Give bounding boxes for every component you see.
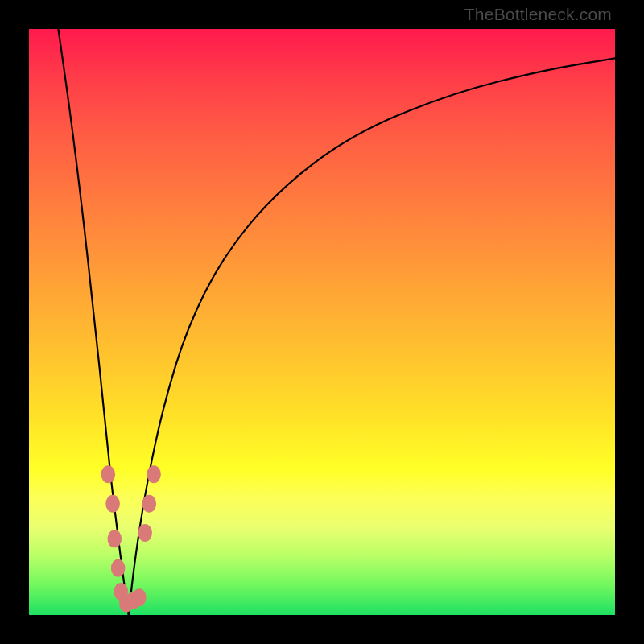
curve-right-arm	[129, 58, 615, 615]
watermark-text: TheBottleneck.com	[464, 5, 612, 24]
curve-left-arm	[58, 29, 128, 615]
marker-dot	[101, 465, 115, 483]
chart-svg	[29, 29, 615, 615]
plot-area	[29, 29, 615, 615]
marker-dot	[105, 495, 120, 513]
marker-dot	[111, 559, 126, 577]
marker-dot	[138, 524, 152, 542]
marker-dot	[142, 495, 156, 513]
marker-dot	[107, 530, 122, 547]
marker-dot	[132, 588, 147, 606]
marker-dot	[147, 465, 161, 483]
chart-frame: TheBottleneck.com	[0, 0, 644, 644]
